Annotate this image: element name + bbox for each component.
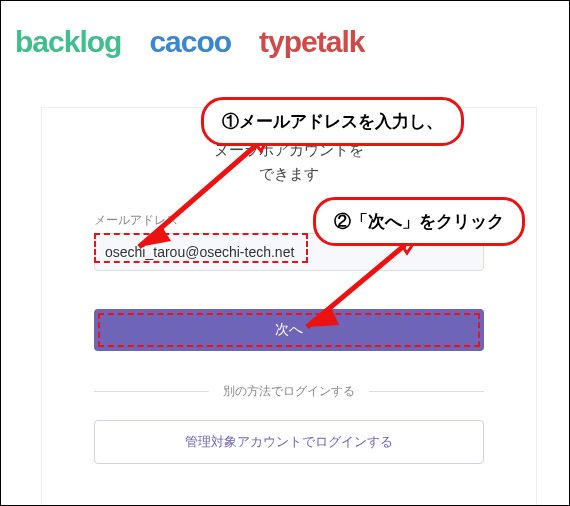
alt-login-divider: 別の方法でログインする	[94, 383, 484, 400]
annotation-text-2: ②「次へ」をクリック	[334, 212, 504, 231]
cacoo-logo: cacoo	[149, 25, 231, 59]
typetalk-logo: typetalk	[259, 25, 364, 59]
divider-label: 別の方法でログインする	[223, 383, 355, 400]
login-card: ヌーラボアカウントを できます メールアドレス 次へ 別の方法でログインする 管…	[41, 107, 537, 506]
annotation-callout-1: ①メールアドレスを入力し、	[201, 97, 464, 146]
annotation-text-1: ①メールアドレスを入力し、	[222, 112, 443, 131]
backlog-logo: backlog	[15, 25, 121, 59]
next-button[interactable]: 次へ	[94, 309, 484, 351]
product-logos: backlog cacoo typetalk	[1, 1, 569, 77]
annotation-callout-2: ②「次へ」をクリック	[313, 197, 525, 246]
managed-account-login-button[interactable]: 管理対象アカウントでログインする	[94, 420, 484, 464]
heading-line-2: できます	[259, 165, 319, 182]
